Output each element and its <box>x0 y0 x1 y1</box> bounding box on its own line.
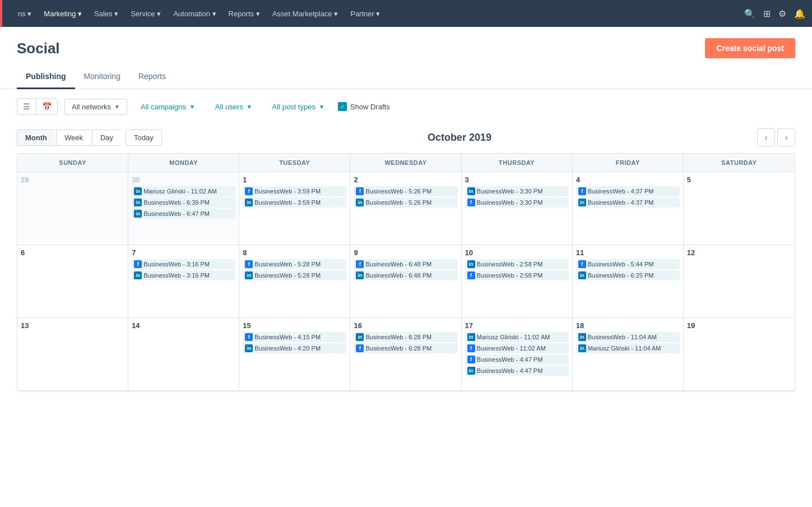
list-item[interactable]: fBusinessWeb - 2:58 PM <box>465 270 569 280</box>
day-view-button[interactable]: Day <box>92 130 121 146</box>
create-social-post-button[interactable]: Create social post <box>705 38 795 58</box>
event-label: BusinessWeb - 5:26 PM <box>365 199 431 206</box>
notifications-icon[interactable]: 🔔 <box>794 8 805 19</box>
list-item[interactable]: fBusinessWeb - 4:15 PM <box>243 332 346 342</box>
list-item[interactable]: fBusinessWeb - 4:47 PM <box>465 354 569 365</box>
tab-reports[interactable]: Reports <box>129 65 175 89</box>
list-item[interactable]: fBusinessWeb - 3:59 PM <box>243 186 346 196</box>
today-button[interactable]: Today <box>126 130 162 146</box>
event-label: Mariusz Gliński - 11:02 AM <box>477 334 550 340</box>
prev-month-button[interactable]: ‹ <box>757 128 775 146</box>
header-thursday: THURSDAY <box>462 154 573 172</box>
list-item[interactable]: fBusinessWeb - 5:26 PM <box>354 186 457 196</box>
linkedin-icon: in <box>578 344 586 352</box>
list-item[interactable]: inBusinessWeb - 6:25 PM <box>576 270 680 280</box>
list-item[interactable]: inBusinessWeb - 6:47 PM <box>132 209 235 219</box>
all-users-dropdown[interactable]: All users ▼ <box>208 99 259 114</box>
list-item[interactable]: fBusinessWeb - 6:28 PM <box>354 343 457 353</box>
filters-bar: ☰ 📅 All networks ▼ All campaigns ▼ All u… <box>0 89 812 124</box>
facebook-icon: f <box>467 356 475 363</box>
all-campaigns-dropdown[interactable]: All campaigns ▼ <box>134 99 202 114</box>
nav-icon-group: 🔍 ⊞ ⚙ 🔔 <box>744 8 805 19</box>
list-item[interactable]: fBusinessWeb - 11:02 AM <box>465 343 569 353</box>
list-item[interactable]: fBusinessWeb - 4:37 PM <box>576 186 680 196</box>
week-view-button[interactable]: Week <box>56 130 91 146</box>
list-item[interactable]: inMariusz Gliński - 11:02 AM <box>465 332 569 342</box>
cal-date-6: 6 <box>21 248 124 257</box>
list-item[interactable]: inBusinessWeb - 4:37 PM <box>576 197 680 208</box>
header-sunday: SUNDAY <box>17 154 128 172</box>
facebook-icon: f <box>245 260 253 268</box>
list-item[interactable]: inBusinessWeb - 5:26 PM <box>354 197 457 208</box>
list-item[interactable]: inMariusz Gliński - 11:04 AM <box>576 343 680 353</box>
tab-publishing[interactable]: Publishing <box>17 65 75 89</box>
list-item[interactable]: inBusinessWeb - 6:48 PM <box>354 270 457 280</box>
cal-date-30: 30 <box>132 176 235 184</box>
list-item[interactable]: fBusinessWeb - 3:16 PM <box>132 259 235 269</box>
nav-item-service[interactable]: Service ▾ <box>125 6 166 21</box>
linkedin-icon: in <box>578 271 586 279</box>
list-item[interactable]: fBusinessWeb - 3:30 PM <box>465 197 569 208</box>
list-item[interactable]: inBusinessWeb - 3:59 PM <box>243 197 346 208</box>
list-item[interactable]: inMariusz Gliński - 11:02 AM <box>132 186 235 196</box>
event-label: BusinessWeb - 11:04 AM <box>588 334 657 340</box>
cal-cell-7: 7fBusinessWeb - 3:16 PMinBusinessWeb - 3… <box>128 245 239 318</box>
nav-item-partner[interactable]: Partner ▾ <box>345 6 386 21</box>
month-view-button[interactable]: Month <box>17 130 55 146</box>
facebook-icon: f <box>356 260 364 268</box>
list-item[interactable]: fBusinessWeb - 5:44 PM <box>576 259 680 269</box>
list-item[interactable]: inBusinessWeb - 5:28 PM <box>243 270 346 280</box>
grid-icon[interactable]: ⊞ <box>763 8 771 19</box>
event-label: BusinessWeb - 3:30 PM <box>477 199 543 206</box>
list-item[interactable]: inBusinessWeb - 11:04 AM <box>576 332 680 342</box>
all-networks-dropdown[interactable]: All networks ▼ <box>64 99 127 115</box>
cal-date-19: 19 <box>687 321 791 330</box>
linkedin-icon: in <box>134 199 142 206</box>
view-period-buttons: Month Week Day Today <box>17 130 162 146</box>
event-label: Mariusz Gliński - 11:02 AM <box>143 188 217 195</box>
cal-cell-29: 29 <box>17 172 128 245</box>
search-icon[interactable]: 🔍 <box>744 8 755 19</box>
event-label: BusinessWeb - 4:15 PM <box>254 334 321 340</box>
cal-date-14: 14 <box>132 321 235 330</box>
linkedin-icon: in <box>245 199 253 206</box>
next-month-button[interactable]: › <box>777 128 795 146</box>
nav-item-automation[interactable]: Automation ▾ <box>168 6 221 21</box>
calendar-icon: 📅 <box>42 102 52 111</box>
list-item[interactable]: inBusinessWeb - 2:58 PM <box>465 259 569 269</box>
list-item[interactable]: inBusinessWeb - 3:16 PM <box>132 270 235 280</box>
settings-icon[interactable]: ⚙ <box>778 8 786 19</box>
nav-item-marketing[interactable]: Marketing ▾ <box>38 6 87 21</box>
tab-monitoring[interactable]: Monitoring <box>75 65 129 89</box>
list-view-button[interactable]: ☰ <box>17 99 36 114</box>
list-item[interactable]: fBusinessWeb - 6:48 PM <box>354 259 457 269</box>
nav-item-asset-marketplace[interactable]: Asset Marketplace ▾ <box>267 6 344 21</box>
cal-cell-15: 15fBusinessWeb - 4:15 PMinBusinessWeb - … <box>239 318 350 391</box>
calendar-view-button[interactable]: 📅 <box>36 99 57 114</box>
facebook-icon: f <box>245 187 253 195</box>
calendar-header: SUNDAY MONDAY TUESDAY WEDNESDAY THURSDAY… <box>17 154 795 172</box>
nav-item-sales[interactable]: Sales ▾ <box>89 6 124 21</box>
event-label: BusinessWeb - 6:48 PM <box>365 272 431 279</box>
nav-item-reports[interactable]: Reports ▾ <box>223 6 266 21</box>
nav-item-ns[interactable]: ns ▾ <box>12 6 37 21</box>
all-networks-label: All networks <box>72 103 111 111</box>
cal-cell-18: 18inBusinessWeb - 11:04 AMinMariusz Gliń… <box>573 318 684 391</box>
list-item[interactable]: inBusinessWeb - 4:47 PM <box>465 366 569 376</box>
show-drafts-toggle[interactable]: ✓ Show Drafts <box>338 102 390 111</box>
list-item[interactable]: inBusinessWeb - 6:39 PM <box>132 197 235 208</box>
list-item[interactable]: fBusinessWeb - 5:28 PM <box>243 259 346 269</box>
cal-date-9: 9 <box>354 248 457 257</box>
linkedin-icon: in <box>467 260 475 268</box>
list-item[interactable]: inBusinessWeb - 4:20 PM <box>243 343 346 353</box>
list-item[interactable]: inBusinessWeb - 6:28 PM <box>354 332 457 342</box>
cal-cell-19: 19 <box>684 318 795 391</box>
event-label: BusinessWeb - 6:28 PM <box>365 345 431 352</box>
facebook-icon: f <box>578 187 586 195</box>
header-friday: FRIDAY <box>573 154 684 172</box>
linkedin-icon: in <box>578 199 586 206</box>
cal-cell-3: 3inBusinessWeb - 3:30 PMfBusinessWeb - 3… <box>462 172 573 245</box>
cal-cell-1: 1fBusinessWeb - 3:59 PMinBusinessWeb - 3… <box>239 172 350 245</box>
list-item[interactable]: inBusinessWeb - 3:30 PM <box>465 186 569 196</box>
all-post-types-dropdown[interactable]: All post types ▼ <box>266 99 331 114</box>
